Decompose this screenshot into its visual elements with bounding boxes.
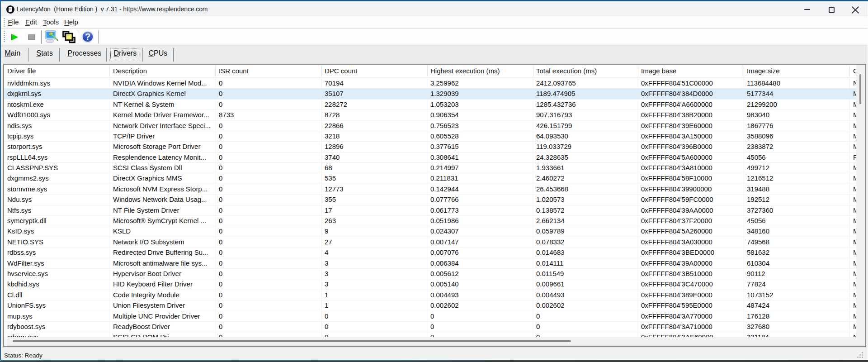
svg-text:?: ? — [85, 32, 90, 42]
